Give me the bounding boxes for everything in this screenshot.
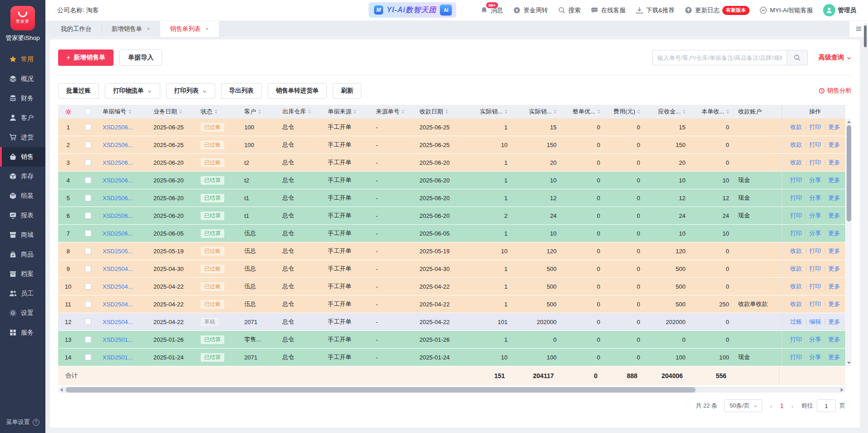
column-header-source[interactable]: 单据来源 <box>323 105 371 118</box>
column-header-qty[interactable]: 实际销... <box>468 105 512 118</box>
column-header-source_no[interactable]: 来源单号 <box>371 105 415 118</box>
row-action-更多[interactable]: 更多 <box>825 300 844 308</box>
scroll-down-arrow[interactable] <box>846 360 852 366</box>
row-action-打印[interactable]: 打印 <box>787 335 806 344</box>
advanced-query-button[interactable]: 高级查询 <box>819 54 852 62</box>
select-all-checkbox[interactable] <box>85 108 91 115</box>
row-action-收款[interactable]: 收款 <box>787 158 806 167</box>
messages-button[interactable]: 消息 99+ <box>480 6 503 15</box>
current-page[interactable]: 1 <box>780 402 784 409</box>
menu-settings-button[interactable]: 菜单设置 ? <box>6 411 39 433</box>
sidebar-item-mall[interactable]: 商城 <box>0 225 45 245</box>
order-number-link[interactable]: XSD2505... <box>103 248 133 255</box>
sidebar-item-finance[interactable]: 财务 <box>0 89 45 108</box>
row-action-收款[interactable]: 收款 <box>787 123 806 131</box>
row-action-打印[interactable]: 打印 <box>806 282 825 290</box>
tab-sale-list[interactable]: 销售单列表× <box>160 21 219 37</box>
row-action-打印[interactable]: 打印 <box>787 212 806 220</box>
search-submit-button[interactable] <box>787 50 808 65</box>
print-list-button[interactable]: 打印列表 <box>166 83 215 98</box>
ai-banner[interactable]: M YI-Ai数智天团 AI <box>369 2 456 18</box>
row-checkbox[interactable] <box>85 212 91 219</box>
row-action-打印[interactable]: 打印 <box>806 265 825 273</box>
row-action-更多[interactable]: 更多 <box>825 265 844 273</box>
table-settings-gear-icon[interactable] <box>65 108 72 115</box>
row-action-收款[interactable]: 收款 <box>787 141 806 149</box>
scroll-left-arrow[interactable] <box>58 387 65 393</box>
order-number-link[interactable]: XSD2506... <box>103 212 133 219</box>
sidebar-item-overview[interactable]: 概况 <box>0 69 45 89</box>
page-scrollbar[interactable] <box>863 23 867 428</box>
row-action-更多[interactable]: 更多 <box>825 247 844 255</box>
row-action-收款[interactable]: 收款 <box>787 247 806 255</box>
row-action-打印[interactable]: 打印 <box>806 123 825 131</box>
row-action-更多[interactable]: 更多 <box>825 194 844 202</box>
sort-icons[interactable] <box>726 109 729 114</box>
app-logo[interactable]: 管家婆 <box>10 6 35 30</box>
order-number-link[interactable]: XSD2506... <box>103 230 133 237</box>
help-icon[interactable]: ? <box>33 419 39 426</box>
funds-button[interactable]: ¥ 资金周转 <box>513 6 548 15</box>
row-checkbox[interactable] <box>85 195 91 201</box>
tab-workbench[interactable]: 我的工作台 <box>51 21 102 37</box>
row-action-更多[interactable]: 更多 <box>825 282 844 290</box>
row-action-分享[interactable]: 分享 <box>806 194 825 202</box>
row-action-更多[interactable]: 更多 <box>825 229 844 237</box>
horizontal-scrollbar[interactable] <box>58 387 845 393</box>
sort-icons[interactable] <box>179 109 182 114</box>
row-action-收款[interactable]: 收款 <box>787 282 806 290</box>
order-number-link[interactable]: XSD2504... <box>103 319 133 325</box>
row-checkbox[interactable] <box>85 124 91 130</box>
row-action-打印[interactable]: 打印 <box>806 300 825 308</box>
row-checkbox[interactable] <box>85 283 91 290</box>
sort-icons[interactable] <box>445 109 448 114</box>
row-checkbox[interactable] <box>85 301 91 307</box>
sort-icons[interactable] <box>597 109 600 114</box>
order-number-link[interactable]: XSD2506... <box>103 195 133 202</box>
row-action-编辑[interactable]: 编辑 <box>806 318 825 326</box>
row-action-打印[interactable]: 打印 <box>806 158 825 167</box>
row-action-收款[interactable]: 收款 <box>787 265 806 273</box>
row-checkbox[interactable] <box>85 177 91 183</box>
row-action-过账[interactable]: 过账 <box>787 318 806 326</box>
column-header-receivable[interactable]: 应收金... <box>645 105 690 118</box>
column-header-order_no[interactable]: 单据编号 <box>98 105 149 118</box>
sidebar-item-assemble[interactable]: 组装 <box>0 186 45 206</box>
column-header-pay_date[interactable]: 收款日期 <box>415 105 468 118</box>
row-action-更多[interactable]: 更多 <box>825 141 844 149</box>
row-action-收款[interactable]: 收款 <box>787 300 806 308</box>
sidebar-item-customer[interactable]: 客户 <box>0 108 45 128</box>
order-number-link[interactable]: XSD2506... <box>103 124 133 131</box>
sidebar-item-service[interactable]: 服务 <box>0 323 45 342</box>
row-checkbox[interactable] <box>85 248 91 254</box>
row-action-分享[interactable]: 分享 <box>806 212 825 220</box>
sidebar-item-sales[interactable]: 销售 <box>0 147 45 167</box>
print-logistics-button[interactable]: 打印物流单 <box>105 83 160 98</box>
page-size-select[interactable]: 50条/页 <box>724 399 762 412</box>
import-button[interactable]: 单据导入 <box>119 49 162 66</box>
download-button[interactable]: 下载&推荐 <box>636 6 675 15</box>
sidebar-item-settings[interactable]: 设置 <box>0 303 45 323</box>
row-action-更多[interactable]: 更多 <box>825 123 844 131</box>
row-action-分享[interactable]: 分享 <box>806 335 825 344</box>
global-search-button[interactable]: 搜索 <box>558 6 581 15</box>
row-action-更多[interactable]: 更多 <box>825 212 844 220</box>
column-header-fee[interactable]: 费用(元) <box>605 105 645 118</box>
admin-menu[interactable]: 管理员 <box>823 4 857 16</box>
tab-new-sale[interactable]: 新增销售单× <box>102 21 160 37</box>
next-page-button[interactable]: › <box>790 402 794 410</box>
sidebar-item-product[interactable]: 商品 <box>0 245 45 264</box>
order-number-link[interactable]: XSD2504... <box>103 301 133 308</box>
row-checkbox[interactable] <box>85 266 91 272</box>
sort-icons[interactable] <box>354 109 356 114</box>
batch-post-button[interactable]: 批量过账 <box>58 83 99 98</box>
row-checkbox[interactable] <box>85 159 91 166</box>
refresh-button[interactable]: 刷新 <box>333 83 361 98</box>
row-action-更多[interactable]: 更多 <box>825 335 844 344</box>
sidebar-item-staff[interactable]: 员工 <box>0 284 45 303</box>
sort-icons[interactable] <box>402 109 404 114</box>
sort-icons[interactable] <box>637 109 640 114</box>
order-number-link[interactable]: XSD2506... <box>103 142 133 148</box>
row-action-更多[interactable]: 更多 <box>825 158 844 167</box>
order-number-link[interactable]: XSD2501... <box>103 354 133 361</box>
